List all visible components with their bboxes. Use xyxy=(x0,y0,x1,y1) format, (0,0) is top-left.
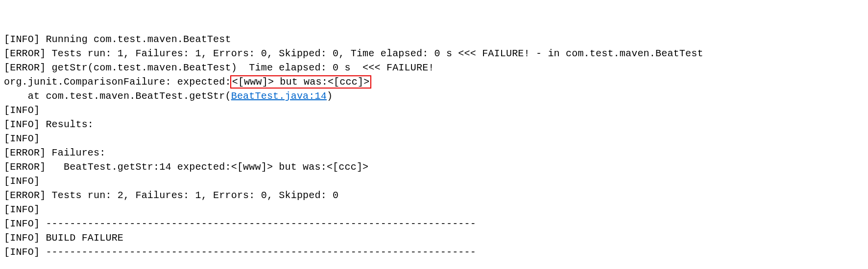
log-line: [ERROR] Failures: xyxy=(4,146,864,160)
log-line: at com.test.maven.BeatTest.getStr(BeatTe… xyxy=(4,89,864,103)
log-line: [INFO] BUILD FAILURE xyxy=(4,231,864,245)
log-line: [ERROR] Tests run: 2, Failures: 1, Error… xyxy=(4,188,864,202)
log-text: org.junit.ComparisonFailure: expected: xyxy=(4,76,231,88)
log-line: [INFO] Running com.test.maven.BeatTest xyxy=(4,32,864,46)
log-line: [INFO] xyxy=(4,174,864,188)
log-line: [INFO] xyxy=(4,202,864,217)
log-line: org.junit.ComparisonFailure: expected:<[… xyxy=(4,75,864,89)
log-line: [ERROR] getStr(com.test.maven.BeatTest) … xyxy=(4,61,864,75)
log-line: [ERROR] Tests run: 1, Failures: 1, Error… xyxy=(4,46,864,61)
log-line: [INFO] xyxy=(4,103,864,117)
log-line: [INFO] ---------------------------------… xyxy=(4,245,864,259)
log-line: [INFO] Results: xyxy=(4,117,864,132)
log-line: [INFO] xyxy=(4,132,864,146)
source-link[interactable]: BeatTest.java:14 xyxy=(231,90,327,102)
highlight-box: <[www]> but was:<[ccc]> xyxy=(230,75,372,89)
log-text: at com.test.maven.BeatTest.getStr( xyxy=(4,90,231,102)
log-line: [INFO] ---------------------------------… xyxy=(4,217,864,231)
log-line: [ERROR] BeatTest.getStr:14 expected:<[ww… xyxy=(4,160,864,174)
log-text: ) xyxy=(327,90,333,102)
